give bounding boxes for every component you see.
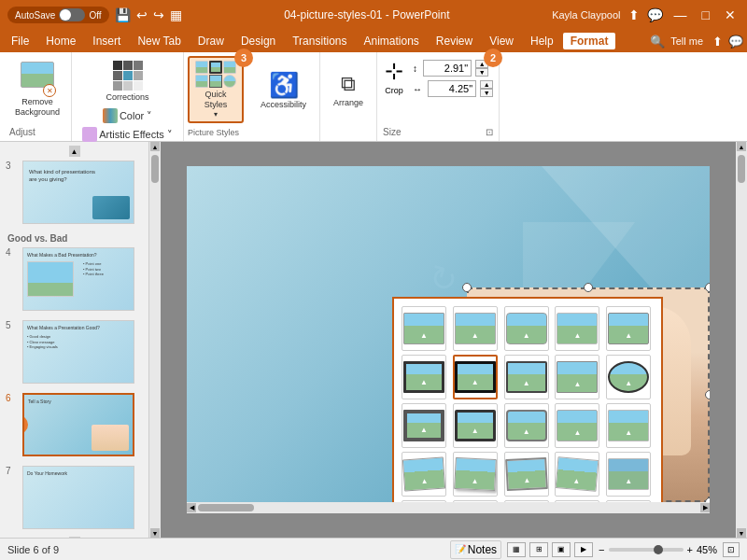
share-icon[interactable]: ⬆ bbox=[628, 7, 640, 22]
quick-styles-button[interactable]: QuickStyles ▾ bbox=[188, 56, 244, 123]
slide-thumb-6[interactable]: Tell a Story 4 bbox=[22, 393, 134, 456]
panel-scroll-down[interactable]: ▼ bbox=[69, 537, 80, 538]
panel-scroll-up[interactable]: ▲ bbox=[69, 146, 80, 157]
share-ribbon-icon[interactable]: ⬆ bbox=[712, 35, 723, 49]
comment-ribbon-icon[interactable]: 💬 bbox=[728, 35, 743, 49]
style-item-2[interactable] bbox=[453, 306, 498, 351]
style-item-10[interactable] bbox=[606, 355, 651, 399]
corrections-button[interactable]: Corrections bbox=[102, 58, 154, 105]
handle-tr[interactable] bbox=[705, 283, 710, 292]
undo-icon[interactable]: ↩ bbox=[136, 7, 148, 22]
slide-item-5[interactable]: 5 What Makes a Presentation Good? • Good… bbox=[4, 318, 145, 385]
zoom-slider[interactable] bbox=[609, 548, 684, 552]
size-expand-icon[interactable]: ⊡ bbox=[486, 127, 493, 137]
canvas-vscroll-left[interactable]: ▲ ▼ bbox=[149, 142, 161, 538]
vscroll-thumb[interactable] bbox=[151, 155, 159, 183]
menu-animations[interactable]: Animations bbox=[356, 33, 426, 49]
menu-draw[interactable]: Draw bbox=[190, 33, 232, 49]
menu-insert[interactable]: Insert bbox=[85, 33, 128, 49]
slide-thumb-7[interactable]: Do Your Homework bbox=[22, 466, 134, 529]
menu-file[interactable]: File bbox=[4, 33, 36, 49]
hscroll-right-btn[interactable]: ▶ bbox=[700, 503, 710, 512]
comment-icon[interactable]: 💬 bbox=[647, 7, 663, 22]
search-icon[interactable]: 🔍 bbox=[650, 35, 665, 49]
accessibility-button[interactable]: ♿ Accessibility bbox=[253, 56, 314, 123]
arrange-button[interactable]: ⧉ Arrange bbox=[326, 56, 371, 123]
style-item-23[interactable] bbox=[504, 500, 549, 502]
search-tell-me[interactable]: Tell me bbox=[670, 35, 703, 47]
menu-help[interactable]: Help bbox=[523, 33, 561, 49]
style-item-6[interactable] bbox=[402, 355, 446, 399]
handle-tl[interactable] bbox=[462, 283, 472, 292]
style-item-9[interactable] bbox=[555, 355, 599, 399]
slide-item-3[interactable]: 3 What kind of presentationsare you givi… bbox=[4, 159, 145, 226]
reading-view-icon[interactable]: ▣ bbox=[552, 542, 571, 557]
width-up[interactable]: ▲ bbox=[480, 80, 493, 89]
vscroll-right-thumb[interactable] bbox=[738, 155, 745, 183]
style-item-11[interactable] bbox=[402, 403, 446, 448]
style-item-20[interactable] bbox=[606, 452, 651, 497]
menu-home[interactable]: Home bbox=[38, 33, 83, 49]
handle-br[interactable] bbox=[705, 497, 710, 502]
style-item-21[interactable] bbox=[402, 500, 446, 502]
slide-sorter-icon[interactable]: ⊞ bbox=[529, 542, 548, 557]
normal-view-icon[interactable]: ▦ bbox=[507, 542, 526, 557]
rotate-icon[interactable]: ↻ bbox=[425, 257, 462, 301]
width-input[interactable] bbox=[428, 80, 476, 97]
canvas-hscroll[interactable]: ◀ ▶ bbox=[187, 502, 710, 513]
menu-format[interactable]: Format bbox=[563, 33, 616, 49]
vscroll-right-up[interactable]: ▲ bbox=[737, 142, 746, 151]
remove-background-button[interactable]: ✕ RemoveBackground bbox=[9, 56, 65, 123]
present-icon[interactable]: ▦ bbox=[170, 7, 182, 22]
style-item-17[interactable] bbox=[453, 452, 498, 497]
fit-window-button[interactable]: ⊡ bbox=[723, 542, 740, 557]
color-dropdown-button[interactable]: Color ˅ bbox=[98, 106, 157, 125]
close-button[interactable]: ✕ bbox=[721, 7, 740, 22]
slide-item-4[interactable]: 4 What Makes a Bad Presentation? • Point… bbox=[4, 245, 145, 313]
style-item-3[interactable] bbox=[504, 306, 549, 351]
slide-item-7[interactable]: 7 Do Your Homework bbox=[4, 464, 145, 531]
zoom-minus[interactable]: − bbox=[599, 544, 604, 555]
zoom-plus[interactable]: + bbox=[687, 544, 693, 555]
autosave-toggle[interactable] bbox=[59, 8, 85, 21]
minimize-button[interactable]: — bbox=[670, 7, 691, 22]
vscroll-up-btn[interactable]: ▲ bbox=[150, 142, 160, 151]
style-item-24[interactable] bbox=[555, 500, 599, 502]
slide-thumb-4[interactable]: What Makes a Bad Presentation? • Point o… bbox=[22, 247, 134, 311]
style-item-18[interactable] bbox=[504, 452, 549, 497]
menu-transitions[interactable]: Transitions bbox=[285, 33, 354, 49]
style-item-8[interactable] bbox=[504, 355, 549, 399]
slideshow-icon[interactable]: ▶ bbox=[574, 542, 593, 557]
menu-view[interactable]: View bbox=[482, 33, 521, 49]
canvas-vscroll-right[interactable]: ▲ ▼ bbox=[736, 142, 747, 538]
style-item-25[interactable] bbox=[606, 500, 651, 502]
zoom-slider-thumb[interactable] bbox=[654, 545, 663, 554]
hscroll-left-btn[interactable]: ◀ bbox=[187, 503, 196, 512]
style-item-7[interactable] bbox=[453, 355, 498, 399]
style-item-14[interactable] bbox=[555, 403, 599, 448]
notes-button[interactable]: 📝 Notes bbox=[450, 540, 501, 559]
menu-newtab[interactable]: New Tab bbox=[130, 33, 188, 49]
save-icon[interactable]: 💾 bbox=[115, 7, 131, 22]
slide-thumb-5[interactable]: What Makes a Presentation Good? • Good d… bbox=[22, 320, 134, 384]
style-item-22[interactable] bbox=[453, 500, 498, 502]
style-item-15[interactable] bbox=[606, 403, 651, 448]
style-item-4[interactable] bbox=[555, 306, 599, 351]
style-item-5[interactable] bbox=[606, 306, 651, 351]
hscroll-thumb[interactable] bbox=[198, 504, 254, 511]
autosave-badge[interactable]: AutoSave Off bbox=[7, 7, 109, 23]
height-input[interactable] bbox=[423, 60, 472, 77]
artistic-effects-dropdown[interactable]: Artistic Effects ˅ bbox=[78, 125, 177, 144]
width-down[interactable]: ▼ bbox=[480, 89, 493, 97]
vscroll-right-down[interactable]: ▼ bbox=[737, 528, 746, 538]
slide-thumb-3[interactable]: What kind of presentationsare you giving… bbox=[22, 161, 134, 224]
menu-design[interactable]: Design bbox=[233, 33, 283, 49]
menu-review[interactable]: Review bbox=[429, 33, 480, 49]
vscroll-down-btn[interactable]: ▼ bbox=[150, 528, 160, 538]
handle-mr[interactable] bbox=[705, 390, 710, 399]
crop-button[interactable]: ⊹ Crop bbox=[383, 56, 405, 97]
maximize-button[interactable]: □ bbox=[698, 7, 713, 22]
style-item-13[interactable] bbox=[504, 403, 549, 448]
slide-item-6[interactable]: 6 Tell a Story 4 bbox=[4, 391, 145, 458]
style-item-16[interactable] bbox=[402, 452, 446, 497]
